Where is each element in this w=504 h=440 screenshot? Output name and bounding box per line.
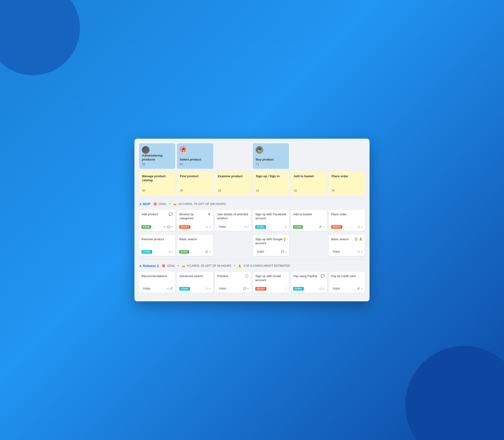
card-pay-paypal[interactable]: Pay using PayPal 💬 DOING 12 ≡ xyxy=(291,272,327,293)
card-signup-google[interactable]: Sign up with Google account 💡 TODO 💬 ≡ xyxy=(253,235,289,256)
count: 12 xyxy=(205,225,208,228)
list-icon: ≡ xyxy=(361,287,363,290)
epic-card-count: 38 xyxy=(142,189,172,192)
status-badge: TODO xyxy=(331,287,342,290)
card-icons: 8 ≡ xyxy=(169,250,173,253)
goal-label: GOAL xyxy=(167,264,175,267)
status-badge: DOING xyxy=(293,287,304,290)
card-signup-gmail[interactable]: Sign up with Gmail account READY 7 xyxy=(253,272,289,293)
release2-title[interactable]: ∧ Release 2 xyxy=(139,264,159,268)
count: 20 xyxy=(357,225,360,228)
card-icons: 12 ≡ xyxy=(319,287,325,290)
clock-icon: 🕐 xyxy=(245,274,249,278)
status-badge: READY xyxy=(255,287,266,290)
epic-card-count: 19 xyxy=(256,189,286,192)
card-icons: 7 xyxy=(285,287,287,290)
pie-icon: 🥧 xyxy=(182,264,185,267)
card-title: Browse by categories xyxy=(179,212,207,220)
chat-icon: 💬 xyxy=(281,250,284,253)
avatar-man: 👤 xyxy=(142,146,150,154)
sep2: • xyxy=(234,264,235,267)
card-title: Add product xyxy=(141,212,169,217)
card-add-product[interactable]: Add product 💬 DONE 15 💬 ≡ xyxy=(139,210,175,231)
card-title: Pay using PayPal xyxy=(293,274,321,278)
epic-manage-catalog[interactable]: Manage product catalog 38 xyxy=(139,172,175,195)
card-browse-categories[interactable]: Browse by categories ▼ READY 12 ≡ xyxy=(177,210,213,231)
status-badge: DOING xyxy=(179,287,190,290)
epic-count: 38 xyxy=(142,163,172,166)
card-icons: 💬 ≡ xyxy=(281,250,287,253)
card-signup-facebook[interactable]: Sign up with Facebook account DOING 6 xyxy=(253,210,289,231)
epic-count: 71 xyxy=(256,163,286,166)
count: 10 xyxy=(205,287,208,290)
status-badge: TODO xyxy=(217,287,228,290)
card-title: Sign up with Google account xyxy=(255,237,282,245)
card-place-order[interactable]: Place order READY 20 ≡ xyxy=(329,210,365,231)
card-title: Basic search xyxy=(331,237,354,241)
card-see-details[interactable]: See details of selected product TODO 9 ≡ xyxy=(215,210,251,231)
epic-select-product[interactable]: 👩 Select product 54 xyxy=(177,143,213,169)
sep: • xyxy=(178,264,179,267)
kanban-board: 👤 Administering products 38 👩 Select pro… xyxy=(134,139,370,301)
epic-card-title: Place order xyxy=(332,174,362,179)
card-title: Sign up with Facebook account xyxy=(255,212,287,220)
epic-signup-signin[interactable]: Sign up / Sign in 19 xyxy=(253,172,289,195)
epic-card-title: Sign up / Sign in xyxy=(256,174,286,179)
card-recommendations[interactable]: Recommendations TODO 8 🔗 xyxy=(139,272,175,293)
mvp-title[interactable]: ∧ MVP xyxy=(139,202,151,206)
chat-icon: 💬 xyxy=(169,212,173,216)
card-basic-search-warn[interactable]: Basic search 🗑️ ⚠️ TODO 14 ≡ xyxy=(329,235,365,256)
epics-row: 👤 Administering products 38 👩 Select pro… xyxy=(139,143,365,169)
epic-examine-product[interactable]: Examine product 19 xyxy=(215,172,251,195)
epic-card-title: Add to basket xyxy=(294,174,324,179)
card-icons: 14 ≡ xyxy=(357,250,363,253)
card-pay-credit[interactable]: Pay by credit card TODO 🔗 ≡ xyxy=(329,272,365,293)
chat-icon: 💬 xyxy=(243,287,246,290)
epic-add-to-basket[interactable]: Add to basket 18 xyxy=(291,172,327,195)
list-icon: ≡ xyxy=(323,225,324,228)
card-basic-search-mvp[interactable]: Basic search DONE 🔗 ≡ xyxy=(177,235,213,256)
card-empty-1 xyxy=(215,235,251,256)
mvp-cards-row2: Remove product DOING 8 ≡ Basic search DO… xyxy=(139,235,365,256)
card-icons: 💬 ≡ xyxy=(243,287,249,290)
warning-icon: ⚠️ xyxy=(359,237,363,241)
card-remove-product[interactable]: Remove product DOING 8 ≡ xyxy=(139,235,175,256)
attach-icon: 🔗 xyxy=(205,250,208,253)
release2-stats: 9 CARDS, 55 LEFT OF 68 HOURS xyxy=(187,264,231,267)
card-title: Preview xyxy=(217,274,245,278)
status-badge: DOING xyxy=(141,250,152,254)
count: 8 xyxy=(167,287,168,290)
meta-sep: • xyxy=(169,202,170,206)
card-empty-2 xyxy=(291,235,327,256)
chat-icon-small: 💬 xyxy=(167,225,170,228)
mvp-caret: ∧ xyxy=(139,202,143,206)
list-icon: ≡ xyxy=(171,225,173,228)
epic-administering[interactable]: 👤 Administering products 38 xyxy=(139,143,175,169)
count: 9 xyxy=(245,225,246,228)
goal-icon: 🎯 xyxy=(153,202,157,206)
epic-card-count: 18 xyxy=(294,189,324,192)
warn-icon: ⚠️ xyxy=(238,264,241,267)
epic-title: Select product xyxy=(180,158,210,162)
card-preview[interactable]: Preview 🕐 TODO 💬 ≡ xyxy=(215,272,251,293)
card-add-basket[interactable]: Add to basket DONE 🔗 ≡ xyxy=(291,210,327,231)
epic-find-product[interactable]: Find product 35 xyxy=(177,172,213,195)
count: 14 xyxy=(357,250,360,253)
attach-icon: 🔗 xyxy=(169,287,173,290)
card-advanced-search[interactable]: Advanced search DOING 10 ≡ xyxy=(177,272,213,293)
status-badge: DOING xyxy=(255,225,266,229)
pie-icon: 🥧 xyxy=(173,202,177,206)
attach-icon: 🔗 xyxy=(319,225,322,228)
release2-meta: 🎯 GOAL • 🥧 9 CARDS, 55 LEFT OF 68 HOURS … xyxy=(162,264,290,267)
card-icons: 🔗 ≡ xyxy=(205,250,211,253)
epic-place-order[interactable]: Place order 34 xyxy=(329,172,365,195)
list-icon: ≡ xyxy=(171,250,173,253)
list-icon: ≡ xyxy=(247,287,249,290)
count: 7 xyxy=(285,287,287,290)
epic-card-title: Examine product xyxy=(218,174,248,179)
epic-buy-product[interactable]: 👦 Buy product 71 xyxy=(253,143,289,169)
card-title: Place order xyxy=(331,212,363,217)
card-icons: 9 ≡ xyxy=(245,225,249,228)
count: 15 xyxy=(163,225,166,228)
mvp-header: ∧ MVP 🎯 GOAL • 🥧 10 CARDS, 79 LEFT OF 10… xyxy=(139,200,365,208)
